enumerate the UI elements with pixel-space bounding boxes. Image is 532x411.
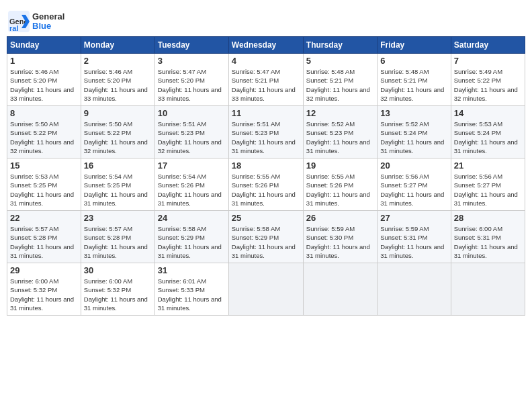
day-info: Sunrise: 5:58 AMSunset: 5:29 PMDaylight:… bbox=[158, 224, 226, 260]
day-info: Sunrise: 6:01 AMSunset: 5:33 PMDaylight:… bbox=[158, 277, 226, 312]
day-info: Sunrise: 5:57 AMSunset: 5:28 PMDaylight:… bbox=[84, 224, 152, 260]
day-number: 30 bbox=[84, 265, 152, 275]
day-number: 20 bbox=[380, 161, 447, 171]
day-info: Sunrise: 5:52 AMSunset: 5:24 PMDaylight:… bbox=[380, 120, 447, 155]
table-row: 2Sunrise: 5:46 AMSunset: 5:20 PMDaylight… bbox=[81, 54, 154, 106]
table-row: 3Sunrise: 5:47 AMSunset: 5:20 PMDaylight… bbox=[154, 54, 228, 106]
day-info: Sunrise: 6:00 AMSunset: 5:32 PMDaylight:… bbox=[10, 277, 78, 312]
calendar-week-row: 8Sunrise: 5:50 AMSunset: 5:22 PMDaylight… bbox=[7, 106, 525, 158]
table-row bbox=[228, 263, 303, 316]
day-info: Sunrise: 5:47 AMSunset: 5:21 PMDaylight:… bbox=[232, 67, 300, 103]
table-row: 30Sunrise: 6:00 AMSunset: 5:32 PMDayligh… bbox=[81, 263, 154, 316]
table-row: 1Sunrise: 5:46 AMSunset: 5:20 PMDaylight… bbox=[7, 54, 81, 106]
day-number: 28 bbox=[454, 213, 522, 223]
day-info: Sunrise: 5:57 AMSunset: 5:28 PMDaylight:… bbox=[10, 224, 78, 260]
day-number: 19 bbox=[306, 161, 374, 171]
table-row bbox=[303, 263, 377, 316]
day-number: 18 bbox=[232, 161, 300, 171]
day-info: Sunrise: 5:46 AMSunset: 5:20 PMDaylight:… bbox=[10, 67, 78, 103]
day-info: Sunrise: 5:52 AMSunset: 5:23 PMDaylight:… bbox=[306, 120, 374, 155]
table-row: 19Sunrise: 5:55 AMSunset: 5:26 PMDayligh… bbox=[303, 158, 377, 211]
day-info: Sunrise: 5:51 AMSunset: 5:23 PMDaylight:… bbox=[232, 120, 300, 155]
day-info: Sunrise: 5:49 AMSunset: 5:22 PMDaylight:… bbox=[454, 67, 522, 103]
table-row: 25Sunrise: 5:58 AMSunset: 5:29 PMDayligh… bbox=[228, 211, 303, 263]
table-row: 31Sunrise: 6:01 AMSunset: 5:33 PMDayligh… bbox=[154, 263, 228, 316]
day-info: Sunrise: 5:55 AMSunset: 5:26 PMDaylight:… bbox=[232, 172, 300, 208]
table-row: 8Sunrise: 5:50 AMSunset: 5:22 PMDaylight… bbox=[7, 106, 81, 158]
day-info: Sunrise: 5:56 AMSunset: 5:27 PMDaylight:… bbox=[454, 172, 522, 208]
day-number: 26 bbox=[306, 213, 374, 223]
day-number: 25 bbox=[232, 213, 300, 223]
day-number: 29 bbox=[10, 265, 78, 275]
day-number: 4 bbox=[232, 56, 300, 66]
day-info: Sunrise: 5:47 AMSunset: 5:20 PMDaylight:… bbox=[158, 67, 226, 103]
table-row: 23Sunrise: 5:57 AMSunset: 5:28 PMDayligh… bbox=[81, 211, 154, 263]
table-row: 29Sunrise: 6:00 AMSunset: 5:32 PMDayligh… bbox=[7, 263, 81, 316]
table-row: 7Sunrise: 5:49 AMSunset: 5:22 PMDaylight… bbox=[451, 54, 525, 106]
day-info: Sunrise: 5:59 AMSunset: 5:30 PMDaylight:… bbox=[306, 224, 374, 260]
table-row: 28Sunrise: 6:00 AMSunset: 5:31 PMDayligh… bbox=[451, 211, 525, 263]
table-row: 16Sunrise: 5:54 AMSunset: 5:25 PMDayligh… bbox=[81, 158, 154, 211]
header: Gene ral General Blue bbox=[7, 7, 525, 34]
day-info: Sunrise: 5:50 AMSunset: 5:22 PMDaylight:… bbox=[84, 120, 152, 155]
day-info: Sunrise: 5:54 AMSunset: 5:25 PMDaylight:… bbox=[84, 172, 152, 208]
table-row: 13Sunrise: 5:52 AMSunset: 5:24 PMDayligh… bbox=[378, 106, 451, 158]
day-info: Sunrise: 5:58 AMSunset: 5:29 PMDaylight:… bbox=[232, 224, 300, 260]
table-row: 12Sunrise: 5:52 AMSunset: 5:23 PMDayligh… bbox=[303, 106, 377, 158]
calendar-week-row: 1Sunrise: 5:46 AMSunset: 5:20 PMDaylight… bbox=[7, 54, 525, 106]
logo-icon: Gene ral bbox=[7, 9, 31, 34]
day-number: 9 bbox=[84, 108, 152, 118]
day-number: 11 bbox=[232, 108, 300, 118]
calendar-header-row: Sunday Monday Tuesday Wednesday Thursday… bbox=[7, 37, 525, 54]
day-info: Sunrise: 5:55 AMSunset: 5:26 PMDaylight:… bbox=[306, 172, 374, 208]
day-number: 16 bbox=[84, 161, 152, 171]
day-number: 3 bbox=[158, 56, 226, 66]
day-number: 23 bbox=[84, 213, 152, 223]
logo: Gene ral General Blue bbox=[7, 7, 64, 34]
table-row: 10Sunrise: 5:51 AMSunset: 5:23 PMDayligh… bbox=[154, 106, 228, 158]
col-monday: Monday bbox=[81, 37, 154, 54]
day-number: 8 bbox=[10, 108, 78, 118]
table-row: 15Sunrise: 5:53 AMSunset: 5:25 PMDayligh… bbox=[7, 158, 81, 211]
calendar-week-row: 22Sunrise: 5:57 AMSunset: 5:28 PMDayligh… bbox=[7, 211, 525, 263]
col-saturday: Saturday bbox=[451, 37, 525, 54]
day-info: Sunrise: 5:56 AMSunset: 5:27 PMDaylight:… bbox=[380, 172, 447, 208]
col-sunday: Sunday bbox=[7, 37, 81, 54]
day-info: Sunrise: 5:51 AMSunset: 5:23 PMDaylight:… bbox=[158, 120, 226, 155]
day-number: 22 bbox=[10, 213, 78, 223]
table-row: 18Sunrise: 5:55 AMSunset: 5:26 PMDayligh… bbox=[228, 158, 303, 211]
day-number: 10 bbox=[158, 108, 226, 118]
col-friday: Friday bbox=[378, 37, 451, 54]
day-info: Sunrise: 5:50 AMSunset: 5:22 PMDaylight:… bbox=[10, 120, 78, 155]
svg-text:ral: ral bbox=[9, 24, 18, 32]
table-row: 22Sunrise: 5:57 AMSunset: 5:28 PMDayligh… bbox=[7, 211, 81, 263]
day-info: Sunrise: 5:54 AMSunset: 5:26 PMDaylight:… bbox=[158, 172, 226, 208]
logo-text: General bbox=[32, 12, 64, 21]
day-info: Sunrise: 5:46 AMSunset: 5:20 PMDaylight:… bbox=[84, 67, 152, 103]
col-tuesday: Tuesday bbox=[154, 37, 228, 54]
table-row: 21Sunrise: 5:56 AMSunset: 5:27 PMDayligh… bbox=[451, 158, 525, 211]
table-row bbox=[378, 263, 451, 316]
day-number: 14 bbox=[454, 108, 522, 118]
day-number: 12 bbox=[306, 108, 374, 118]
col-wednesday: Wednesday bbox=[228, 37, 303, 54]
day-info: Sunrise: 5:53 AMSunset: 5:25 PMDaylight:… bbox=[10, 172, 78, 208]
day-number: 17 bbox=[158, 161, 226, 171]
table-row: 24Sunrise: 5:58 AMSunset: 5:29 PMDayligh… bbox=[154, 211, 228, 263]
day-info: Sunrise: 5:48 AMSunset: 5:21 PMDaylight:… bbox=[306, 67, 374, 103]
day-number: 31 bbox=[158, 265, 226, 275]
table-row: 9Sunrise: 5:50 AMSunset: 5:22 PMDaylight… bbox=[81, 106, 154, 158]
day-number: 13 bbox=[380, 108, 447, 118]
table-row: 5Sunrise: 5:48 AMSunset: 5:21 PMDaylight… bbox=[303, 54, 377, 106]
table-row: 26Sunrise: 5:59 AMSunset: 5:30 PMDayligh… bbox=[303, 211, 377, 263]
day-number: 6 bbox=[380, 56, 447, 66]
table-row: 17Sunrise: 5:54 AMSunset: 5:26 PMDayligh… bbox=[154, 158, 228, 211]
table-row bbox=[451, 263, 525, 316]
logo-blue: Blue bbox=[32, 21, 64, 31]
day-info: Sunrise: 6:00 AMSunset: 5:32 PMDaylight:… bbox=[84, 277, 152, 312]
table-row: 27Sunrise: 5:59 AMSunset: 5:31 PMDayligh… bbox=[378, 211, 451, 263]
table-row: 20Sunrise: 5:56 AMSunset: 5:27 PMDayligh… bbox=[378, 158, 451, 211]
day-number: 7 bbox=[454, 56, 522, 66]
day-number: 1 bbox=[10, 56, 78, 66]
day-info: Sunrise: 5:59 AMSunset: 5:31 PMDaylight:… bbox=[380, 224, 447, 260]
